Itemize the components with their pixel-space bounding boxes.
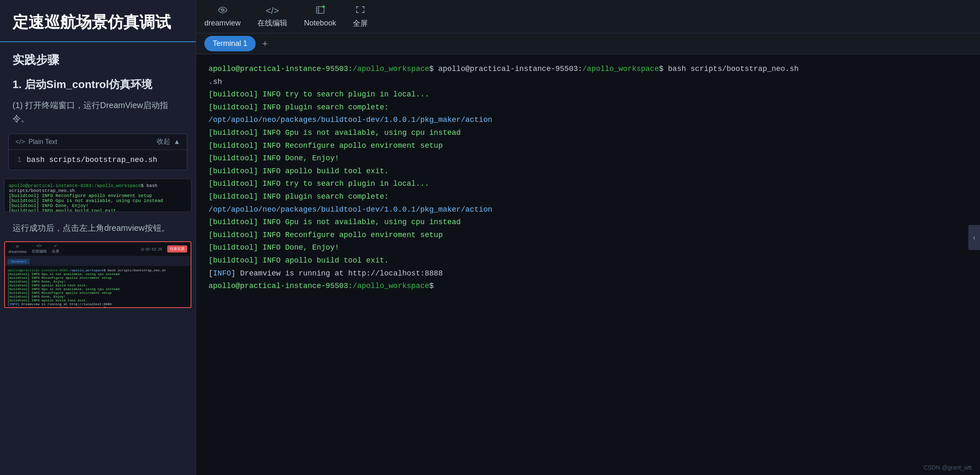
code-content: 1bash scripts/bootstrap_neo.sh — [9, 150, 187, 170]
terminal-preview-line3: [buildtool] INFO Gpu is not available, u… — [9, 198, 187, 203]
terminal-line-16: [buildtool] INFO apollo build tool exit. — [209, 254, 967, 267]
collapse-panel-button[interactable]: ‹ — [968, 225, 980, 250]
fullscreen-icon — [355, 5, 366, 17]
terminal-line-7: [buildtool] INFO Reconfigure apollo envi… — [209, 139, 967, 152]
nav-dreamview: ⟳ dreamview — [8, 245, 27, 254]
main-tabs: Terminal 1 + — [196, 33, 980, 54]
screenshot-tab[interactable]: Terminal 1 — [8, 259, 30, 264]
main-toolbar: dreamview </> 在线编辑 Notebook — [196, 0, 980, 33]
terminal-mini-preview: apollo@practical-instance-8283:/apollo_w… — [4, 179, 191, 212]
terminal-preview-line4: [buildtool] INFO Done, Enjoy! — [9, 203, 187, 208]
terminal-line-2: .sh — [209, 76, 967, 88]
notebook-icon — [315, 5, 326, 17]
step1-desc: (1) 打开终端窗口，运行DreamView启动指令。 — [0, 95, 196, 129]
toolbar-notebook-label: Notebook — [304, 19, 336, 28]
terminal-line-15: [buildtool] INFO Done, Enjoy! — [209, 241, 967, 254]
terminal-line-9: [buildtool] INFO apollo build tool exit. — [209, 165, 967, 178]
terminal-preview-line1: apollo@practical-instance-8283:/apollo_w… — [9, 183, 187, 193]
collapse-arrow-icon: ▲ — [173, 138, 180, 146]
terminal-line-18: apollo@practical-instance-95503:/apollo_… — [209, 280, 967, 293]
terminal-line-12: /opt/apollo/neo/packages/buildtool-dev/1… — [209, 203, 967, 216]
toolbar-fullscreen-label: 全屏 — [353, 18, 368, 28]
line-number: 1 — [17, 156, 22, 164]
main-area: dreamview </> 在线编辑 Notebook — [196, 0, 980, 475]
terminal-line-3: [buildtool] INFO try to search plugin in… — [209, 88, 967, 101]
screenshot-terminal: apollo@practical-instance-8283:/apollo_w… — [5, 266, 191, 307]
page-title: 定速巡航场景仿真调试 — [0, 0, 196, 42]
toolbar-editor-label: 在线编辑 — [257, 18, 287, 28]
toolbar-notebook[interactable]: Notebook — [304, 5, 336, 28]
collapse-button[interactable]: 收起 ▲ — [157, 137, 180, 146]
terminal-preview-line5: [buildtool] INFO apollo build tool exit. — [9, 208, 187, 212]
sidebar: 定速巡航场景仿真调试 实践步骤 1. 启动Sim_control仿真环境 (1)… — [0, 0, 196, 475]
section-title: 实践步骤 — [0, 42, 196, 72]
screenshot-end-btn[interactable]: 结束实践 — [167, 245, 187, 253]
tab-add-button[interactable]: + — [259, 38, 271, 49]
terminal-line-13: [buildtool] INFO Gpu is not available, u… — [209, 216, 967, 229]
toolbar-dreamview[interactable]: dreamview — [204, 5, 241, 28]
code-block: </> Plain Text 收起 ▲ 1bash scripts/bootst… — [8, 134, 187, 170]
toolbar-fullscreen[interactable]: 全屏 — [353, 5, 368, 28]
terminal-line-10: [buildtool] INFO try to search plugin in… — [209, 177, 967, 190]
code-block-header: </> Plain Text 收起 ▲ — [9, 134, 187, 150]
collapse-panel-arrow-icon: ‹ — [973, 233, 975, 242]
terminal-line-8: [buildtool] INFO Done, Enjoy! — [209, 152, 967, 165]
toolbar-dreamview-label: dreamview — [204, 19, 241, 28]
tab-terminal1[interactable]: Terminal 1 — [204, 36, 256, 51]
editor-icon: </> — [266, 5, 279, 16]
svg-point-2 — [322, 5, 325, 8]
terminal-line-11: [buildtool] INFO plugin search complete: — [209, 190, 967, 203]
code-icon: </> — [15, 138, 25, 146]
step-after-text: 运行成功后，点击左上角dreamview按钮。 — [0, 216, 196, 238]
screenshot-nav: ⟳ dreamview </> 在线编辑 ⤢ 全屏 ◎ 00: 52: 25 结… — [5, 242, 191, 256]
code-lang: Plain Text — [28, 138, 57, 146]
terminal-line-6: [buildtool] INFO Gpu is not available, u… — [209, 126, 967, 139]
toolbar-editor[interactable]: </> 在线编辑 — [257, 5, 287, 28]
nav-fullscreen: ⤢ 全屏 — [52, 244, 59, 254]
terminal-preview-line2: [buildtool] INFO Reconfigure apollo envi… — [9, 193, 187, 198]
terminal-line-4: [buildtool] INFO plugin search complete: — [209, 101, 967, 114]
watermark: CSDN @grant_wtt — [924, 464, 972, 471]
screenshot-timer: ◎ 00: 52: 25 — [141, 247, 162, 251]
step1-title: 1. 启动Sim_control仿真环境 — [0, 72, 196, 95]
screenshot-preview: ⟳ dreamview </> 在线编辑 ⤢ 全屏 ◎ 00: 52: 25 结… — [4, 241, 191, 308]
screenshot-inner: ⟳ dreamview </> 在线编辑 ⤢ 全屏 ◎ 00: 52: 25 结… — [5, 242, 191, 307]
terminal-line-17: [INFO] Dreamview is running at http://lo… — [209, 267, 967, 280]
terminal-line-14: [buildtool] INFO Reconfigure apollo envi… — [209, 229, 967, 242]
terminal-line-5: /opt/apollo/neo/packages/buildtool-dev/1… — [209, 114, 967, 126]
nav-editor: </> 在线编辑 — [32, 244, 47, 254]
terminal-line-1: apollo@practical-instance-95503:/apollo_… — [209, 63, 967, 76]
terminal-output[interactable]: apollo@practical-instance-95503:/apollo_… — [196, 54, 980, 475]
collapse-label: 收起 — [157, 137, 170, 146]
code-line1: bash scripts/bootstrap_neo.sh — [27, 156, 157, 164]
dreamview-icon — [217, 5, 228, 17]
